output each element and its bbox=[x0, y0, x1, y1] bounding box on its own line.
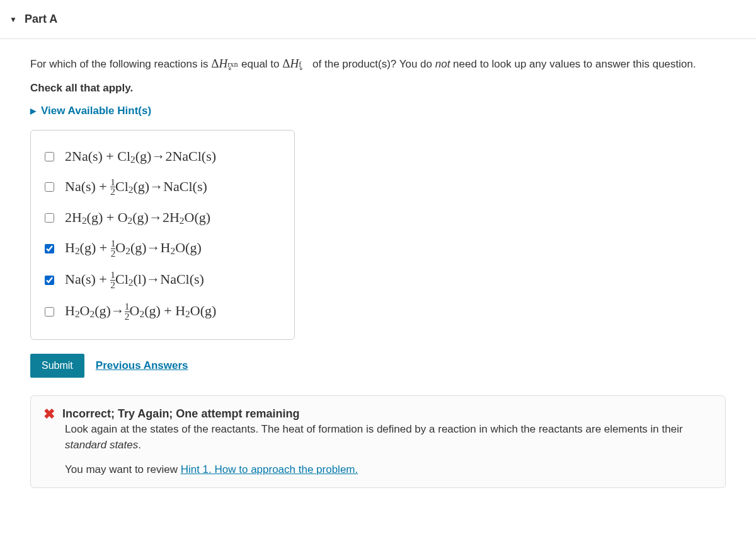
incorrect-x-icon: ✖ bbox=[43, 407, 55, 421]
caret-right-icon: ▶ bbox=[30, 107, 36, 115]
question-text: For which of the following reactions is … bbox=[30, 55, 726, 73]
choice-checkbox[interactable] bbox=[45, 307, 54, 317]
previous-answers-link[interactable]: Previous Answers bbox=[96, 359, 188, 372]
choice-checkbox[interactable] bbox=[45, 276, 54, 285]
part-title: Part A bbox=[25, 13, 57, 26]
choice-row[interactable]: Na(s) + 12Cl2(l)→NaCl(s) bbox=[42, 264, 283, 296]
submit-button[interactable]: Submit bbox=[30, 354, 84, 378]
question-not: not bbox=[435, 58, 450, 70]
question-suffix-1: of the product(s)? You do bbox=[312, 58, 435, 70]
feedback-body-1: Look again at the states of the reactant… bbox=[65, 423, 683, 435]
choice-row[interactable]: H2(g) + 12O2(g)→H2O(g) bbox=[42, 233, 283, 264]
choice-row[interactable]: Na(s) + 12Cl2(g)→NaCl(s) bbox=[42, 172, 283, 203]
choice-row[interactable]: 2Na(s) + Cl2(g)→2NaCl(s) bbox=[42, 142, 283, 172]
choice-formula: Na(s) + 12Cl2(g)→NaCl(s) bbox=[65, 178, 207, 197]
question-prefix: For which of the following reactions is bbox=[30, 58, 211, 70]
view-hints-label: View Available Hint(s) bbox=[41, 105, 151, 117]
caret-down-icon: ▼ bbox=[9, 15, 17, 24]
feedback-box: ✖ Incorrect; Try Again; One attempt rema… bbox=[30, 395, 726, 488]
feedback-hint-link[interactable]: Hint 1. How to approach the problem. bbox=[181, 463, 358, 475]
delta-h-rxn-symbol: ΔH∘rxn bbox=[211, 57, 238, 70]
actions-row: Submit Previous Answers bbox=[30, 354, 726, 378]
question-mid: equal to bbox=[241, 58, 282, 70]
content-area: For which of the following reactions is … bbox=[0, 39, 756, 507]
feedback-body: Look again at the states of the reactant… bbox=[65, 421, 713, 453]
feedback-hint: You may want to review Hint 1. How to ap… bbox=[65, 463, 713, 476]
choice-formula: H2(g) + 12O2(g)→H2O(g) bbox=[65, 239, 202, 258]
delta-h-f-symbol: ΔH∘f bbox=[282, 57, 309, 70]
part-header[interactable]: ▼ Part A bbox=[0, 0, 756, 39]
view-hints-toggle[interactable]: ▶ View Available Hint(s) bbox=[30, 105, 726, 117]
choice-row[interactable]: 2H2(g) + O2(g)→2H2O(g) bbox=[42, 203, 283, 233]
choice-formula: Na(s) + 12Cl2(l)→NaCl(s) bbox=[65, 271, 204, 289]
choice-checkbox[interactable] bbox=[45, 152, 54, 161]
choices-box: 2Na(s) + Cl2(g)→2NaCl(s)Na(s) + 12Cl2(g)… bbox=[30, 130, 295, 340]
choice-row[interactable]: H2O2(g)→12O2(g) + H2O(g) bbox=[42, 296, 283, 327]
question-suffix-2: need to look up any values to answer thi… bbox=[450, 58, 696, 70]
choice-formula: 2Na(s) + Cl2(g)→2NaCl(s) bbox=[65, 148, 216, 165]
feedback-hint-prefix: You may want to review bbox=[65, 463, 181, 475]
feedback-title: Incorrect; Try Again; One attempt remain… bbox=[62, 407, 299, 421]
choice-formula: 2H2(g) + O2(g)→2H2O(g) bbox=[65, 209, 210, 226]
instruction: Check all that apply. bbox=[30, 82, 726, 95]
choice-checkbox[interactable] bbox=[45, 244, 54, 253]
feedback-body-2: . bbox=[138, 439, 141, 451]
choice-checkbox[interactable] bbox=[45, 182, 54, 192]
feedback-body-italic: standard states bbox=[65, 439, 138, 451]
choice-formula: H2O2(g)→12O2(g) + H2O(g) bbox=[65, 302, 216, 321]
choice-checkbox[interactable] bbox=[45, 213, 54, 223]
